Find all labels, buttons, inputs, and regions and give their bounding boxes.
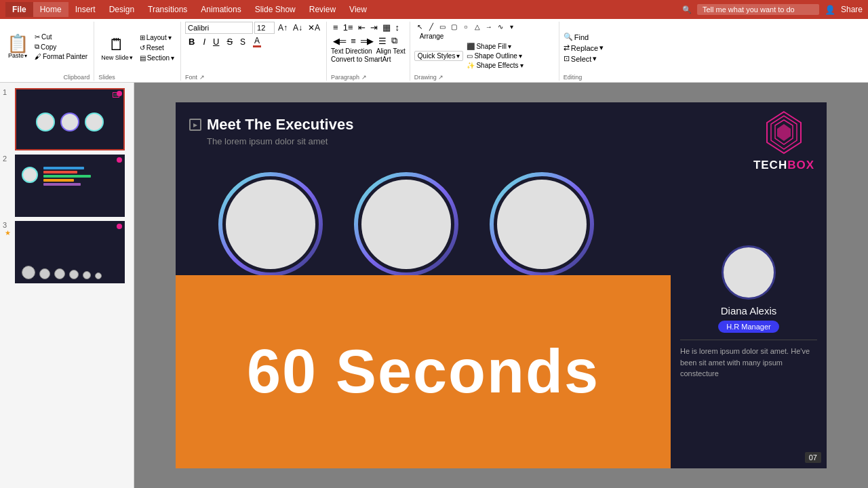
copy-button[interactable]: ⧉Copy xyxy=(33,42,90,52)
editing-label: Editing xyxy=(564,74,610,81)
insert-tab[interactable]: Insert xyxy=(68,2,102,17)
triangle-tool[interactable]: △ xyxy=(472,22,483,31)
drawing-label: Drawing ↗ xyxy=(414,74,555,81)
profile-page-num: 07 xyxy=(805,452,821,463)
new-slide-button[interactable]: 🗒 New Slide▾ xyxy=(98,34,136,62)
slideshow-tab[interactable]: Slide Show xyxy=(248,2,302,17)
profile-bio: He is lorem ipsum dolor sit amet. He've … xyxy=(680,346,817,380)
increase-font-button[interactable]: A↑ xyxy=(276,22,290,33)
layout-button[interactable]: ⊞ Layout ▾ xyxy=(138,33,176,42)
profile-circle xyxy=(722,245,776,300)
cut-button[interactable]: ✂Cut xyxy=(33,33,90,41)
align-right-button[interactable]: ═▶ xyxy=(359,35,376,47)
paragraph-group: ≡ 1≡ ⇤ ⇥ ▦ ↕ ◀═ ≡ ═▶ ☰ ⧉ Text Direction … xyxy=(327,22,410,81)
slide-title: Meet The Executives xyxy=(207,116,353,134)
reset-button[interactable]: ↺ Reset xyxy=(138,43,176,52)
shape-effects-button[interactable]: ✨ Shape Effects ▾ xyxy=(465,61,525,70)
rect-tool[interactable]: ▭ xyxy=(437,22,448,31)
clear-format-button[interactable]: ✕A xyxy=(306,22,322,33)
align-left-button[interactable]: ◀═ xyxy=(331,35,348,47)
align-text-button[interactable]: Align Text xyxy=(376,47,406,55)
clipboard-group: 📋 Paste▾ ✂Cut ⧉Copy 🖌Format Painter Clip… xyxy=(0,22,94,81)
col-count-button[interactable]: ▦ xyxy=(380,22,393,33)
logo-area: TECHBOX xyxy=(753,110,814,172)
increase-indent-button[interactable]: ⇥ xyxy=(368,22,380,33)
slide-item-3[interactable]: 3 ★ xyxy=(3,221,131,283)
numbering-button[interactable]: 1≡ xyxy=(341,22,355,33)
convert-smartart-button[interactable]: Convert to SmartArt xyxy=(331,56,406,63)
font-name-input[interactable] xyxy=(185,22,253,34)
play-button-icon[interactable]: ▶ xyxy=(189,119,201,131)
quick-styles-button[interactable]: Quick Styles▾ xyxy=(414,51,464,61)
svg-point-5 xyxy=(226,180,315,269)
arrange-button[interactable]: Arrange xyxy=(417,32,447,41)
paste-icon: 📋 xyxy=(7,35,28,52)
svg-point-9 xyxy=(497,180,587,269)
slide-number-1: 1 xyxy=(3,88,12,96)
decrease-indent-button[interactable]: ⇤ xyxy=(356,22,368,33)
slide-thumb-1[interactable] xyxy=(15,88,125,150)
shadow-button[interactable]: S xyxy=(237,37,248,47)
profile-badge: H.R Manager xyxy=(718,321,778,333)
more-shapes-button[interactable]: ▾ xyxy=(507,22,517,31)
rounded-rect-tool[interactable]: ▢ xyxy=(449,22,460,31)
slide-thumb-2[interactable] xyxy=(15,155,125,217)
section-button[interactable]: ▤ Section ▾ xyxy=(138,54,176,62)
align-center-button[interactable]: ≡ xyxy=(349,35,358,47)
arrow-tool[interactable]: → xyxy=(484,22,494,31)
share-button[interactable]: Share xyxy=(841,5,863,14)
profile-card: Diana Alexis H.R Manager He is lorem ips… xyxy=(671,275,827,468)
paste-button[interactable]: 📋 Paste▾ xyxy=(4,33,31,60)
view-tab[interactable]: View xyxy=(342,2,374,17)
search-icon: 🔍 xyxy=(682,5,692,14)
paragraph-label: Paragraph ↗ xyxy=(331,74,406,81)
tell-me-input[interactable]: Tell me what you want to do xyxy=(697,4,819,15)
design-tab[interactable]: Design xyxy=(102,2,141,17)
transitions-tab[interactable]: Transitions xyxy=(141,2,194,17)
circle-2 xyxy=(352,170,460,279)
line-tool[interactable]: ╱ xyxy=(426,22,437,31)
line-spacing-button[interactable]: ↕ xyxy=(393,22,402,33)
font-label: Font ↗ xyxy=(185,74,322,81)
select-button[interactable]: ⊡ Select ▾ xyxy=(564,54,610,63)
oval-tool[interactable]: ○ xyxy=(460,22,471,31)
slide-thumb-3[interactable] xyxy=(15,221,125,283)
curve-tool[interactable]: ∿ xyxy=(495,22,506,31)
circles-row xyxy=(176,170,637,279)
select-tool[interactable]: ↖ xyxy=(414,22,425,31)
slides-group: 🗒 New Slide▾ ⊞ Layout ▾ ↺ Reset ▤ Sectio… xyxy=(94,22,181,81)
justify-button[interactable]: ☰ xyxy=(376,35,389,47)
replace-button[interactable]: ⇄ Replace ▾ xyxy=(564,43,610,52)
file-menu[interactable]: File xyxy=(5,2,33,17)
shape-fill-button[interactable]: ⬛ Shape Fill ▾ xyxy=(465,42,525,51)
review-tab[interactable]: Review xyxy=(302,2,342,17)
decrease-font-button[interactable]: A↓ xyxy=(291,22,304,33)
home-tab[interactable]: Home xyxy=(33,2,68,17)
format-painter-button[interactable]: 🖌Format Painter xyxy=(33,52,90,61)
animations-tab[interactable]: Animations xyxy=(194,2,248,17)
underline-button[interactable]: U xyxy=(210,36,222,47)
strikethrough-button[interactable]: S xyxy=(224,36,235,47)
shape-outline-button[interactable]: ▭ Shape Outline ▾ xyxy=(465,52,525,60)
slide-header: ▶ Meet The Executives The lorem ipsum do… xyxy=(189,116,353,146)
slide-canvas: ▶ Meet The Executives The lorem ipsum do… xyxy=(176,102,827,468)
countdown-text: 60 Seconds xyxy=(247,337,599,407)
smartart-button[interactable]: ⧉ xyxy=(389,35,399,47)
new-slide-icon: 🗒 xyxy=(108,35,125,54)
svg-point-7 xyxy=(361,180,451,269)
countdown-overlay: 60 Seconds xyxy=(176,275,671,468)
slide-item-2[interactable]: 2 xyxy=(3,155,131,217)
svg-marker-3 xyxy=(777,124,791,141)
bold-button[interactable]: B xyxy=(185,35,198,48)
slide-item-1[interactable]: 1 xyxy=(3,88,131,150)
content-area: ▶ Meet The Executives The lorem ipsum do… xyxy=(134,83,868,488)
text-direction-button[interactable]: Text Direction xyxy=(331,47,372,55)
logo-hex-svg xyxy=(760,110,808,155)
bullets-button[interactable]: ≡ xyxy=(331,22,340,33)
font-size-input[interactable] xyxy=(254,22,275,34)
font-color-button[interactable]: A xyxy=(250,35,264,48)
find-button[interactable]: 🔍 Find xyxy=(564,33,610,41)
slide-star-3: ★ xyxy=(5,229,11,237)
circle-3 xyxy=(488,170,596,279)
italic-button[interactable]: I xyxy=(200,36,208,47)
